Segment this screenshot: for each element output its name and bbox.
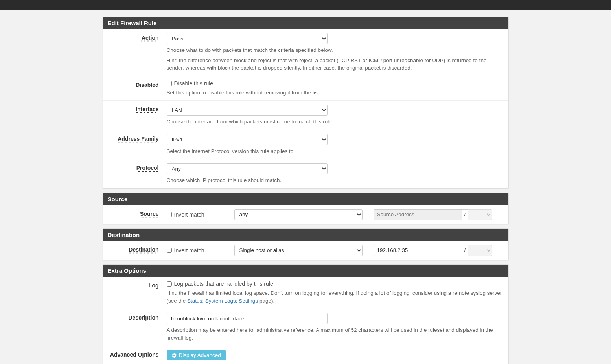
panel-edit-firewall-rule: Edit Firewall Rule Action Pass Choose wh… (103, 17, 509, 189)
protocol-help: Choose which IP protocol this rule shoul… (167, 176, 504, 184)
panel-header-destination: Destination (103, 229, 508, 241)
row-destination: Destination Invert match Single host or … (103, 241, 508, 260)
source-slash: / (462, 209, 468, 220)
action-help-2: Hint: the difference between block and r… (167, 57, 504, 72)
row-interface: Interface LAN Choose the interface from … (103, 101, 508, 130)
row-disabled: Disabled Disable this rule Set this opti… (103, 76, 508, 101)
protocol-select[interactable]: Any (167, 163, 328, 174)
display-advanced-button[interactable]: Display Advanced (167, 350, 226, 360)
label-disabled: Disabled (108, 80, 167, 97)
address-family-help: Select the Internet Protocol version thi… (167, 147, 504, 155)
label-log: Log (108, 281, 167, 305)
log-checkbox-label: Log packets that are handled by this rul… (174, 281, 273, 287)
destination-invert-label: Invert match (174, 247, 204, 254)
panel-destination: Destination Destination Invert match Sin… (103, 228, 509, 260)
system-logs-link[interactable]: Status: System Logs: Settings (187, 298, 258, 304)
source-mask-select[interactable] (468, 209, 492, 220)
log-help: Hint: the firewall has limited local log… (167, 289, 504, 305)
panel-extra-options: Extra Options Log Log packets that are h… (103, 264, 509, 364)
disabled-checkbox[interactable] (167, 81, 172, 86)
source-invert-checkbox[interactable] (167, 212, 172, 217)
label-source: Source (108, 209, 167, 220)
destination-slash: / (462, 245, 468, 256)
panel-header-source: Source (103, 193, 508, 205)
top-navbar (0, 0, 611, 10)
panel-header-extra: Extra Options (103, 265, 508, 277)
label-destination: Destination (108, 245, 167, 256)
row-protocol: Protocol Any Choose which IP protocol th… (103, 159, 508, 188)
panel-header-edit: Edit Firewall Rule (103, 17, 508, 29)
row-address-family: Address Family IPv4 Select the Internet … (103, 130, 508, 160)
log-checkbox[interactable] (167, 281, 172, 287)
disabled-help: Set this option to disable this rule wit… (167, 89, 504, 97)
panel-source: Source Source Invert match any (103, 193, 509, 224)
gear-icon (171, 353, 177, 358)
destination-address-input[interactable] (374, 245, 462, 256)
label-description: Description (108, 313, 167, 342)
destination-invert-checkbox[interactable] (167, 248, 172, 253)
disabled-checkbox-label: Disable this rule (174, 80, 213, 86)
source-address-input[interactable] (374, 209, 462, 220)
destination-mask-select[interactable] (468, 245, 492, 256)
description-input[interactable] (167, 313, 328, 324)
interface-select[interactable]: LAN (167, 105, 328, 116)
label-advanced-options: Advanced Options (108, 350, 167, 360)
label-address-family: Address Family (108, 134, 167, 155)
row-advanced-options: Advanced Options Display Advanced (103, 346, 508, 364)
address-family-select[interactable]: IPv4 (167, 134, 328, 145)
row-source: Source Invert match any (103, 205, 508, 224)
interface-help: Choose the interface from which packets … (167, 118, 504, 126)
main-container: Edit Firewall Rule Action Pass Choose wh… (103, 17, 509, 364)
label-action: Action (108, 33, 167, 72)
destination-type-select[interactable]: Single host or alias (234, 245, 363, 256)
source-invert-label: Invert match (174, 211, 204, 218)
action-select[interactable]: Pass (167, 33, 328, 44)
label-protocol: Protocol (108, 163, 167, 184)
description-help: A description may be entered here for ad… (167, 326, 504, 342)
row-log: Log Log packets that are handled by this… (103, 277, 508, 309)
row-description: Description A description may be entered… (103, 309, 508, 346)
action-help-1: Choose what to do with packets that matc… (167, 46, 504, 54)
label-interface: Interface (108, 105, 167, 126)
source-type-select[interactable]: any (234, 209, 363, 220)
row-action: Action Pass Choose what to do with packe… (103, 29, 508, 76)
